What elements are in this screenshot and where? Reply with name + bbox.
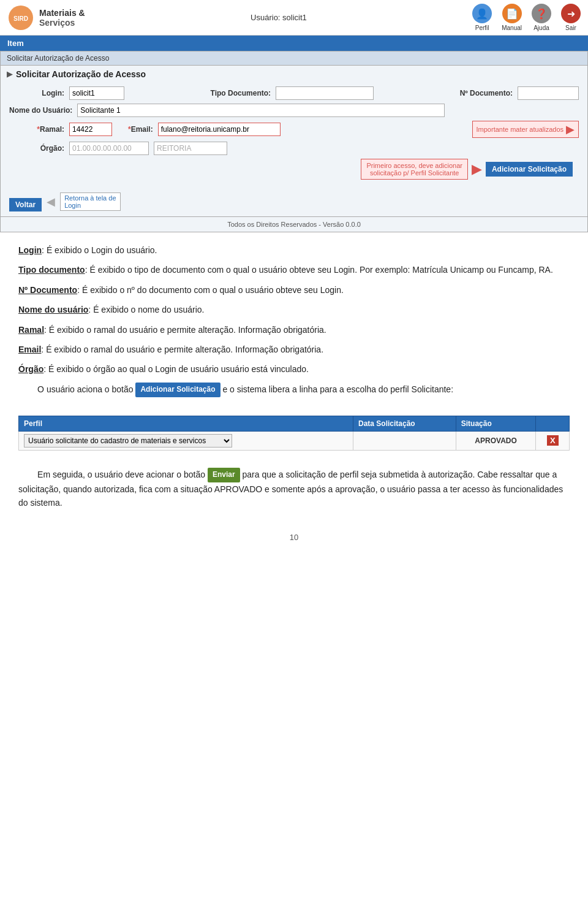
- form-body: Login: Tipo Documento: Nº Documento: Nom…: [1, 82, 587, 187]
- notice-arrow-icon: ▶: [566, 123, 575, 136]
- login-label: Login:: [9, 89, 64, 97]
- section-bar: Item: [0, 36, 588, 51]
- desc-email: Email: É exibido o ramal do usuário e pe…: [18, 343, 570, 356]
- svg-text:SIRD: SIRD: [13, 15, 28, 22]
- perfil-label: Perfil: [475, 25, 489, 31]
- nav-manual[interactable]: 📄 Manual: [502, 4, 522, 31]
- desc-orgao: Órgão: É exibido o órgão ao qual o Login…: [18, 362, 570, 376]
- term-ramal: Ramal: [18, 325, 44, 335]
- description-section: Login: É exibido o Login do usuário. Tip…: [0, 232, 588, 409]
- td-perfil: Usuário solicitante do cadastro de mater…: [19, 431, 353, 450]
- ndoc-input[interactable]: [518, 86, 579, 100]
- ajuda-icon: ❓: [532, 4, 551, 23]
- email-label: *Email:: [128, 125, 153, 134]
- email-input[interactable]: [158, 123, 281, 136]
- desc-login: Login: É exibido o Login do usuário.: [18, 243, 570, 257]
- ajuda-label: Ajuda: [533, 25, 549, 31]
- nav-icons: 👤 Perfil 📄 Manual ❓ Ajuda ➜ Sair: [472, 4, 581, 31]
- nome-input[interactable]: [77, 104, 445, 117]
- ramal-label: *Ramal:: [9, 125, 64, 134]
- desc-ndoc: Nº Documento: É exibido o nº do document…: [18, 283, 570, 297]
- nav-sair[interactable]: ➜ Sair: [561, 4, 581, 31]
- voltar-button[interactable]: Voltar: [9, 198, 42, 211]
- add-arrow-icon: ▶: [472, 161, 482, 177]
- logo-area: SIRD Materiais & Serviços: [7, 4, 85, 31]
- td-situacao: APROVADO: [456, 431, 536, 450]
- table-row: Usuário solicitante do cadastro de mater…: [19, 431, 570, 450]
- login-input[interactable]: [69, 86, 124, 100]
- table-section: Perfil Data Solicitação Situação Usuário…: [18, 416, 570, 451]
- row-ramal-email: *Ramal: *Email: Importante mater atualiz…: [9, 121, 579, 138]
- row-nome: Nome do Usuário:: [9, 104, 579, 117]
- top-header: SIRD Materiais & Serviços Usuário: solic…: [0, 0, 588, 36]
- th-action: [536, 416, 570, 431]
- user-label: Usuário: solicit1: [251, 13, 307, 22]
- manual-label: Manual: [502, 25, 522, 31]
- term-login: Login: [18, 245, 42, 255]
- nav-ajuda[interactable]: ❓ Ajuda: [532, 4, 551, 31]
- table-header-row: Perfil Data Solicitação Situação: [19, 416, 570, 431]
- voltar-label: Retorna à tela deLogin: [60, 192, 120, 211]
- term-orgao: Órgão: [18, 364, 43, 374]
- row-orgao: Órgão:: [9, 142, 579, 155]
- tipo-doc-input[interactable]: [276, 86, 374, 100]
- form-footer: Todos os Direitos Reservados - Versão 0.…: [1, 216, 587, 232]
- enviar-desc-section: Em seguida, o usuário deve acionar o bot…: [0, 457, 588, 522]
- perfil-select[interactable]: Usuário solicitante do cadastro de mater…: [24, 434, 232, 447]
- adicionar-solicitacao-button[interactable]: Adicionar Solicitação: [486, 162, 573, 177]
- add-notice-line2: solicitação p/ Perfil Solicitante: [366, 169, 462, 177]
- th-data-solicitacao: Data Solicitação: [353, 416, 456, 431]
- voltar-arrow-icon: ◀: [47, 195, 55, 208]
- nav-perfil[interactable]: 👤 Perfil: [472, 4, 492, 31]
- nome-label: Nome do Usuário:: [9, 106, 72, 115]
- voltar-row: Voltar ◀ Retorna à tela deLogin: [1, 187, 587, 216]
- desc-add-btn: O usuário aciona o botão Adicionar Solic…: [18, 383, 570, 397]
- title-arrow-icon: ▶: [7, 70, 12, 78]
- breadcrumb: Solicitar Autorização de Acesso: [1, 51, 587, 66]
- desc-ramal: Ramal: É exibido o ramal do usuário e pe…: [18, 323, 570, 337]
- tipo-doc-label: Tipo Documento:: [211, 89, 271, 97]
- form-title: ▶ Solicitar Autorização de Acesso: [1, 66, 587, 82]
- add-notice-line1: Primeiro acesso, deve adicionar: [366, 162, 462, 169]
- term-ndoc: Nº Documento: [18, 285, 77, 295]
- manual-icon: 📄: [502, 4, 522, 23]
- orgao-name-input[interactable]: [154, 142, 227, 155]
- desc-tipo: Tipo documento: É exibido o tipo de docu…: [18, 263, 570, 276]
- inline-enviar-btn: Enviar: [208, 468, 240, 482]
- notice-box: Importante mater atualizados ▶: [472, 121, 579, 138]
- sair-icon: ➜: [561, 4, 581, 23]
- notice-text: Importante mater atualizados: [477, 126, 564, 133]
- profile-table: Perfil Data Solicitação Situação Usuário…: [18, 416, 570, 451]
- inline-adicionar-btn: Adicionar Solicitação: [135, 383, 220, 397]
- logo-icon: SIRD: [7, 4, 34, 31]
- td-remove: X: [536, 431, 570, 450]
- ndoc-label: Nº Documento:: [460, 89, 513, 97]
- orgao-code-input[interactable]: [69, 142, 149, 155]
- remove-button[interactable]: X: [547, 435, 559, 446]
- add-notice-box: Primeiro acesso, deve adicionar solicita…: [361, 159, 468, 180]
- form-container: Solicitar Autorização de Acesso ▶ Solici…: [0, 51, 588, 232]
- th-situacao: Situação: [456, 416, 536, 431]
- sair-label: Sair: [565, 25, 576, 31]
- enviar-desc: Em seguida, o usuário deve acionar o bot…: [18, 468, 570, 510]
- add-action-row: Primeiro acesso, deve adicionar solicita…: [9, 159, 579, 180]
- orgao-label: Órgão:: [9, 144, 64, 153]
- perfil-icon: 👤: [472, 4, 492, 23]
- term-nome: Nome do usuário: [18, 305, 88, 314]
- th-perfil: Perfil: [19, 416, 353, 431]
- td-perfil-wrap: Usuário solicitante do cadastro de mater…: [24, 434, 348, 447]
- term-tipo: Tipo documento: [18, 265, 85, 275]
- desc-nome: Nome do usuário: É exibido o nome do usu…: [18, 303, 570, 316]
- page-number: 10: [0, 533, 588, 542]
- td-data: [353, 431, 456, 450]
- ramal-input[interactable]: [69, 123, 112, 136]
- term-email: Email: [18, 345, 41, 354]
- row-login: Login: Tipo Documento: Nº Documento:: [9, 86, 579, 100]
- logo-text: Materiais & Serviços: [39, 8, 85, 28]
